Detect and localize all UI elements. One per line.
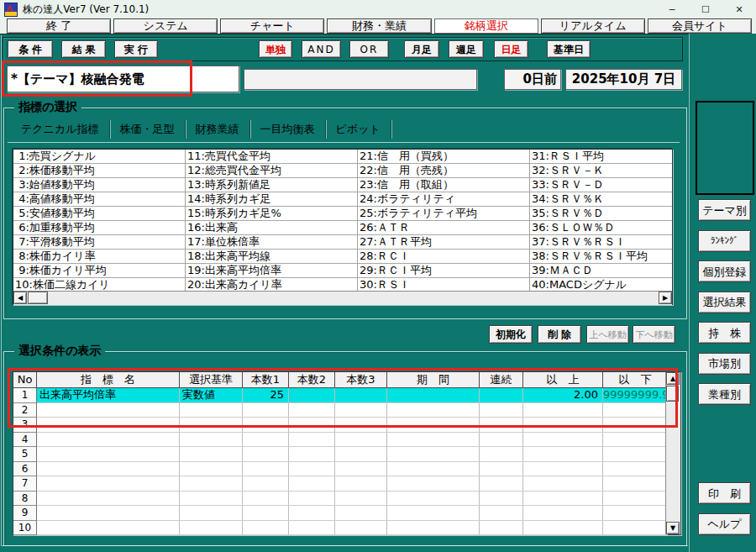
execute-button[interactable]: 実 行	[114, 40, 158, 58]
indicator-tab[interactable]: 財務業績	[186, 120, 250, 139]
table-cell[interactable]	[335, 506, 387, 521]
table-cell[interactable]	[387, 521, 480, 536]
indicator-item[interactable]: 3:始値移動平均	[13, 178, 185, 192]
minimize-icon[interactable]: ─	[655, 0, 689, 18]
indicator-item[interactable]: 7:平滑移動平均	[13, 235, 185, 250]
indicator-item[interactable]: 12:総売買代金平均	[186, 164, 357, 178]
table-row[interactable]: 2	[13, 403, 680, 418]
indicator-item[interactable]: 11:売買代金平均	[186, 150, 357, 164]
indicator-tab[interactable]: テクニカル指標	[11, 120, 110, 139]
weekly-button[interactable]: 週足	[449, 40, 484, 58]
sidebar-button[interactable]: テーマ別	[698, 199, 751, 221]
table-cell[interactable]	[480, 521, 523, 536]
table-cell[interactable]: 1	[13, 388, 37, 403]
table-cell[interactable]	[480, 462, 523, 477]
table-cell[interactable]	[335, 462, 387, 477]
table-cell[interactable]	[37, 521, 180, 536]
table-cell[interactable]	[387, 506, 480, 521]
indicator-item[interactable]: 29:ＲＣＩ平均	[358, 264, 529, 278]
table-cell[interactable]	[289, 418, 335, 433]
daily-button[interactable]: 日足	[494, 40, 528, 58]
table-cell[interactable]	[37, 418, 180, 433]
maximize-icon[interactable]: ☐	[689, 0, 722, 18]
scroll-down-icon[interactable]: ▼	[666, 522, 680, 534]
indicator-item[interactable]: 14:時系列カギ足	[186, 192, 357, 207]
table-cell[interactable]	[603, 433, 668, 448]
table-cell[interactable]	[243, 476, 289, 492]
indicator-item[interactable]: 36:ＳＬＯＷ％Ｄ	[530, 221, 672, 235]
indicator-item[interactable]: 5:安値移動平均	[13, 207, 185, 221]
table-cell[interactable]	[289, 447, 335, 462]
indicator-item[interactable]: 9:株価カイリ平均	[13, 264, 185, 278]
table-cell[interactable]	[480, 388, 523, 403]
table-cell[interactable]	[387, 433, 480, 448]
table-cell[interactable]	[480, 506, 523, 521]
table-cell[interactable]	[289, 476, 335, 492]
indicator-item[interactable]: 1:売買シグナル	[13, 150, 185, 164]
table-cell[interactable]	[387, 476, 480, 492]
menu-member-site[interactable]: 会員サイト	[648, 18, 752, 34]
table-cell[interactable]	[180, 433, 243, 448]
table-cell[interactable]	[180, 521, 243, 536]
table-cell[interactable]	[243, 521, 289, 536]
indicator-item[interactable]: 33:ＳＲＶ－Ｄ	[530, 178, 672, 192]
table-cell[interactable]	[387, 418, 480, 433]
table-cell[interactable]	[523, 521, 603, 536]
table-cell[interactable]	[289, 403, 335, 418]
menu-system[interactable]: システム	[113, 18, 218, 34]
close-icon[interactable]: ✕	[722, 0, 756, 18]
and-button[interactable]: AND	[302, 40, 341, 58]
table-cell[interactable]	[243, 418, 289, 433]
delete-button[interactable]: 削 除	[538, 325, 581, 344]
table-row[interactable]: 7	[13, 476, 680, 492]
indicator-item[interactable]: 31:ＲＳＩ平均	[530, 150, 672, 164]
table-cell[interactable]	[180, 418, 243, 433]
sidebar-button[interactable]: ﾗﾝｷﾝｸﾞ	[698, 230, 751, 252]
table-row[interactable]: 3	[13, 418, 680, 433]
table-cell[interactable]	[603, 447, 668, 462]
indicator-item[interactable]: 17:単位株倍率	[186, 235, 357, 250]
table-cell[interactable]	[603, 462, 668, 477]
indicator-item[interactable]: 34:ＳＲＶ％Ｋ	[530, 192, 672, 207]
table-cell[interactable]	[523, 447, 603, 462]
table-cell[interactable]	[387, 462, 480, 477]
table-cell[interactable]	[37, 462, 180, 477]
table-cell[interactable]	[243, 462, 289, 477]
table-cell[interactable]	[243, 433, 289, 448]
menu-financials[interactable]: 財務・業績	[327, 18, 431, 34]
indicator-item[interactable]: 26:ＡＴＲ	[358, 221, 529, 235]
table-cell[interactable]	[180, 403, 243, 418]
table-cell[interactable]	[603, 403, 668, 418]
table-cell[interactable]	[603, 492, 668, 507]
table-cell[interactable]	[243, 492, 289, 507]
indicator-item[interactable]: 38:ＳＲＶ％ＲＳＩ平均	[530, 250, 672, 264]
table-cell[interactable]	[289, 521, 335, 536]
table-cell[interactable]	[523, 476, 603, 492]
table-cell[interactable]: 8	[13, 492, 37, 507]
table-cell[interactable]	[335, 433, 387, 448]
table-cell[interactable]	[603, 476, 668, 492]
condition-button[interactable]: 条 件	[8, 40, 53, 58]
table-cell[interactable]	[335, 403, 387, 418]
table-cell[interactable]	[243, 506, 289, 521]
menu-exit[interactable]: 終 了	[7, 18, 111, 34]
indicator-item[interactable]: 32:ＳＲＶ－Ｋ	[530, 164, 672, 178]
table-cell[interactable]	[523, 492, 603, 507]
table-cell[interactable]	[603, 521, 668, 536]
indicator-tab[interactable]: ピボット	[326, 120, 391, 139]
table-cell[interactable]	[335, 388, 387, 403]
table-cell[interactable]	[289, 388, 335, 403]
table-cell[interactable]	[37, 476, 180, 492]
table-cell[interactable]	[180, 506, 243, 521]
table-cell[interactable]	[387, 388, 480, 403]
table-cell[interactable]: 4	[13, 433, 37, 448]
table-cell[interactable]	[335, 476, 387, 492]
indicator-item[interactable]: 24:ボラティリティ	[358, 192, 529, 207]
table-cell[interactable]: 99999999.99	[603, 388, 668, 403]
table-cell[interactable]	[480, 447, 523, 462]
table-cell[interactable]	[523, 506, 603, 521]
menu-realtime[interactable]: リアルタイム	[541, 18, 645, 34]
table-cell[interactable]	[335, 447, 387, 462]
table-cell[interactable]	[480, 476, 523, 492]
table-cell[interactable]	[480, 403, 523, 418]
